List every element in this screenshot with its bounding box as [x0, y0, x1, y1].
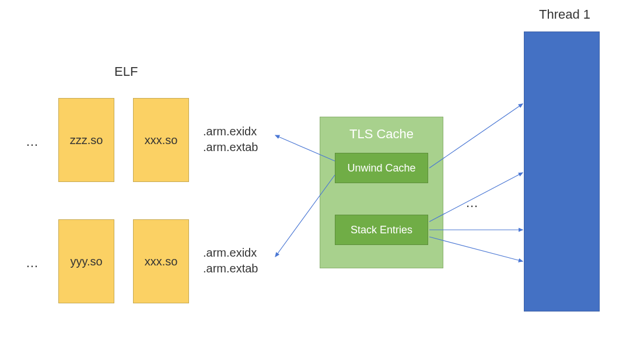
ellipsis-row1: …	[26, 134, 38, 149]
elf-box-label: xxx.so	[145, 255, 178, 268]
ellipsis-row2: …	[26, 256, 38, 271]
arrow-unwind-to-thread	[429, 104, 523, 168]
arrow-stack-to-thread-3	[429, 237, 523, 261]
elf-box-label: zzz.so	[70, 134, 103, 147]
elf-heading: ELF	[114, 64, 138, 79]
unwind-cache-box: Unwind Cache	[335, 153, 428, 183]
anno-line: .arm.exidx	[203, 124, 258, 139]
ellipsis-mid: …	[466, 195, 478, 211]
arm-section-annotation-1: .arm.exidx .arm.extab	[203, 124, 258, 155]
stack-entries-label: Stack Entries	[351, 224, 412, 236]
anno-line: .arm.extab	[203, 139, 258, 155]
elf-box-xxx-1: xxx.so	[133, 98, 189, 182]
thread-heading: Thread 1	[539, 7, 590, 22]
elf-box-yyy: yyy.so	[58, 219, 114, 303]
elf-box-xxx-2: xxx.so	[133, 219, 189, 303]
thread-column	[524, 32, 600, 312]
tls-cache-title: TLS Cache	[320, 127, 443, 142]
stack-entries-box: Stack Entries	[335, 215, 428, 245]
anno-line: .arm.exidx	[203, 245, 258, 261]
elf-box-zzz: zzz.so	[58, 98, 114, 182]
arm-section-annotation-2: .arm.exidx .arm.extab	[203, 245, 258, 276]
tls-cache-box: TLS Cache	[320, 117, 443, 268]
elf-box-label: yyy.so	[70, 255, 102, 268]
elf-box-label: xxx.so	[145, 134, 178, 147]
anno-line: .arm.extab	[203, 261, 258, 276]
unwind-cache-label: Unwind Cache	[347, 162, 415, 174]
